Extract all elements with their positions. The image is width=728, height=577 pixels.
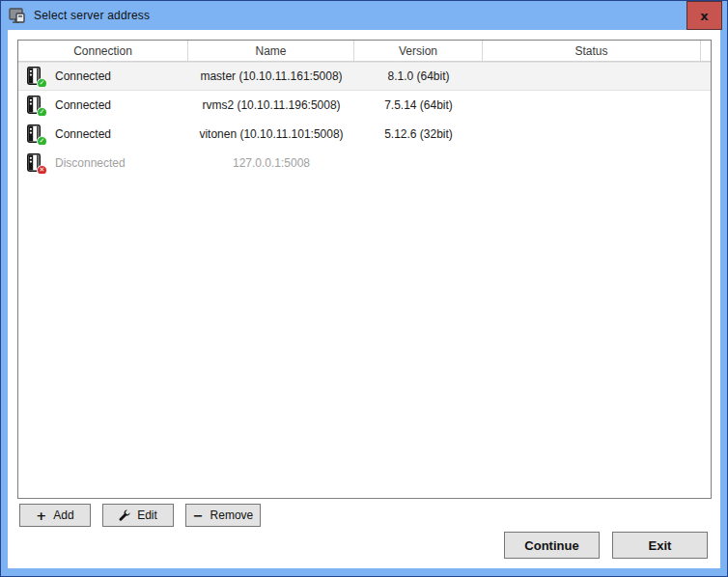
wrench-icon: [119, 509, 130, 521]
column-header-version[interactable]: Version: [354, 41, 483, 61]
table-body: ✓ Connected master (10.10.11.161:5008) 8…: [18, 62, 711, 498]
server-version-cell: 5.12.6 (32bit): [354, 127, 483, 141]
dialog-content: Connection Name Version Status: [8, 30, 720, 568]
status-badge: ✓: [37, 78, 47, 87]
server-name-cell: vitonen (10.10.11.101:5008): [188, 127, 354, 141]
connection-cell: ✓ Connected: [18, 67, 188, 87]
server-name-cell: rvms2 (10.10.11.196:5008): [188, 98, 354, 112]
add-button-label: Add: [53, 508, 73, 522]
window-title: Select server address: [34, 9, 150, 22]
server-version-cell: 8.1.0 (64bit): [354, 69, 483, 83]
status-badge: ✓: [37, 136, 47, 145]
connection-cell: ✕ Disconnected: [18, 153, 188, 174]
select-server-dialog: Select server address x Connection Name …: [0, 0, 728, 577]
connection-cell: ✓ Connected: [18, 96, 188, 116]
table-row[interactable]: ✓ Connected master (10.10.11.161:5008) 8…: [18, 62, 711, 91]
status-badge: ✕: [37, 165, 47, 174]
column-header-name[interactable]: Name: [188, 41, 354, 61]
footer-actions: Continue Exit: [504, 532, 708, 559]
connection-state-label: Connected: [55, 69, 111, 83]
title-bar: Select server address x: [1, 1, 727, 30]
server-connected-icon: ✓: [27, 67, 43, 87]
column-header-status[interactable]: Status: [483, 41, 701, 61]
close-icon: x: [700, 10, 708, 22]
add-button[interactable]: + Add: [19, 504, 91, 527]
server-connected-icon: ✓: [27, 124, 43, 145]
plus-icon: +: [36, 509, 46, 522]
close-button[interactable]: x: [686, 1, 722, 30]
exit-button[interactable]: Exit: [612, 532, 708, 559]
server-table: Connection Name Version Status: [17, 40, 712, 499]
edit-button-label: Edit: [137, 508, 157, 522]
server-version-cell: 7.5.14 (64bit): [354, 98, 483, 112]
minus-icon: −: [193, 509, 204, 522]
status-badge: ✓: [37, 107, 47, 116]
server-disconnected-icon: ✕: [27, 153, 43, 174]
column-header-filler: [701, 41, 711, 61]
table-row[interactable]: ✕ Disconnected 127.0.0.1:5008: [18, 149, 711, 178]
connection-state-label: Disconnected: [55, 156, 126, 170]
toolbar: + Add Edit − Remove: [19, 504, 261, 527]
server-connected-icon: ✓: [27, 96, 43, 116]
server-name-cell: 127.0.0.1:5008: [188, 156, 354, 170]
continue-button[interactable]: Continue: [504, 532, 600, 559]
table-header: Connection Name Version Status: [18, 41, 711, 62]
app-icon: [9, 8, 26, 24]
remove-button-label: Remove: [210, 508, 254, 522]
connection-state-label: Connected: [55, 98, 111, 112]
edit-button[interactable]: Edit: [102, 504, 174, 527]
connection-cell: ✓ Connected: [18, 124, 188, 145]
server-name-cell: master (10.10.11.161:5008): [188, 69, 354, 83]
table-row[interactable]: ✓ Connected rvms2 (10.10.11.196:5008) 7.…: [18, 91, 711, 120]
column-header-connection[interactable]: Connection: [18, 41, 188, 61]
remove-button[interactable]: − Remove: [185, 504, 261, 527]
table-row[interactable]: ✓ Connected vitonen (10.10.11.101:5008) …: [18, 120, 711, 149]
connection-state-label: Connected: [55, 127, 111, 141]
